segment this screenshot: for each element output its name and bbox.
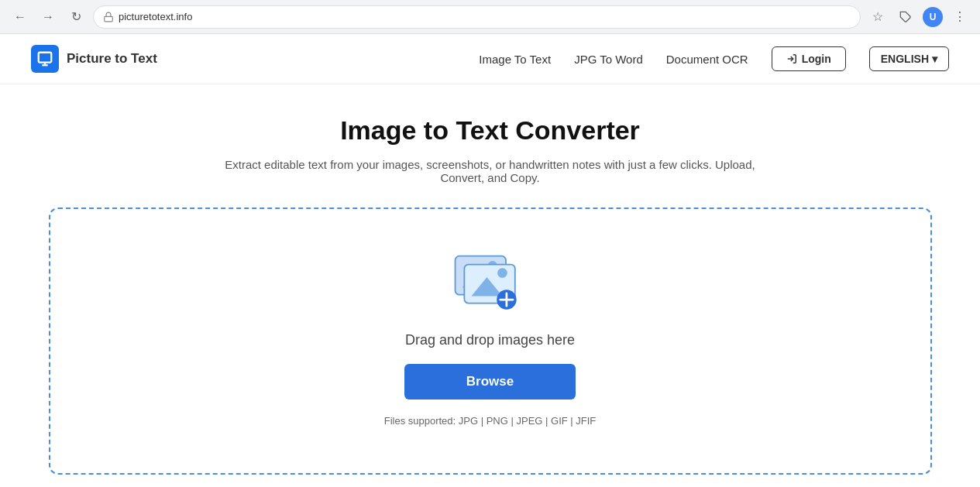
main-content: Image to Text Converter Extract editable… xyxy=(0,84,980,487)
page-description: Extract editable text from your images, … xyxy=(204,158,777,184)
forward-button[interactable]: → xyxy=(37,6,59,28)
language-button[interactable]: ENGLISH ▾ xyxy=(869,46,949,71)
page: Picture to Text Image To Text JPG To Wor… xyxy=(0,34,980,487)
bookmark-button[interactable]: ☆ xyxy=(867,6,889,28)
extensions-button[interactable] xyxy=(895,6,916,28)
browser-chrome: ← → ↻ picturetotext.info ☆ U ⋮ xyxy=(0,0,980,34)
svg-rect-2 xyxy=(39,53,52,63)
url-text: picturetotext.info xyxy=(119,11,851,22)
login-icon xyxy=(786,53,797,64)
profile-avatar[interactable]: U xyxy=(923,7,943,27)
drop-zone[interactable]: Drag and drop images here Browse Files s… xyxy=(49,207,932,475)
nav-jpg-to-word[interactable]: JPG To Word xyxy=(574,53,643,66)
upload-icon-wrapper xyxy=(452,248,529,317)
brand-icon xyxy=(31,45,59,73)
brand-name: Picture to Text xyxy=(67,51,157,67)
svg-rect-0 xyxy=(105,16,113,21)
chevron-down-icon: ▾ xyxy=(932,53,937,65)
browse-button[interactable]: Browse xyxy=(404,364,576,400)
back-button[interactable]: ← xyxy=(9,6,31,28)
navbar-links: Image To Text JPG To Word Document OCR L… xyxy=(479,46,949,71)
brand[interactable]: Picture to Text xyxy=(31,45,157,73)
language-label: ENGLISH xyxy=(881,53,929,65)
address-bar[interactable]: picturetotext.info xyxy=(93,5,861,29)
menu-button[interactable]: ⋮ xyxy=(949,6,971,28)
drag-drop-text: Drag and drop images here xyxy=(405,332,575,348)
upload-image-icon xyxy=(452,248,529,314)
login-label: Login xyxy=(802,53,831,65)
nav-document-ocr[interactable]: Document OCR xyxy=(666,53,748,66)
page-title: Image to Text Converter xyxy=(340,115,640,146)
login-button[interactable]: Login xyxy=(772,46,846,71)
svg-point-11 xyxy=(497,268,507,278)
browser-right-icons: ☆ U ⋮ xyxy=(867,6,971,28)
refresh-button[interactable]: ↻ xyxy=(65,6,87,28)
navbar: Picture to Text Image To Text JPG To Wor… xyxy=(0,34,980,84)
nav-image-to-text[interactable]: Image To Text xyxy=(479,53,551,66)
files-supported-text: Files supported: JPG | PNG | JPEG | GIF … xyxy=(384,415,597,427)
